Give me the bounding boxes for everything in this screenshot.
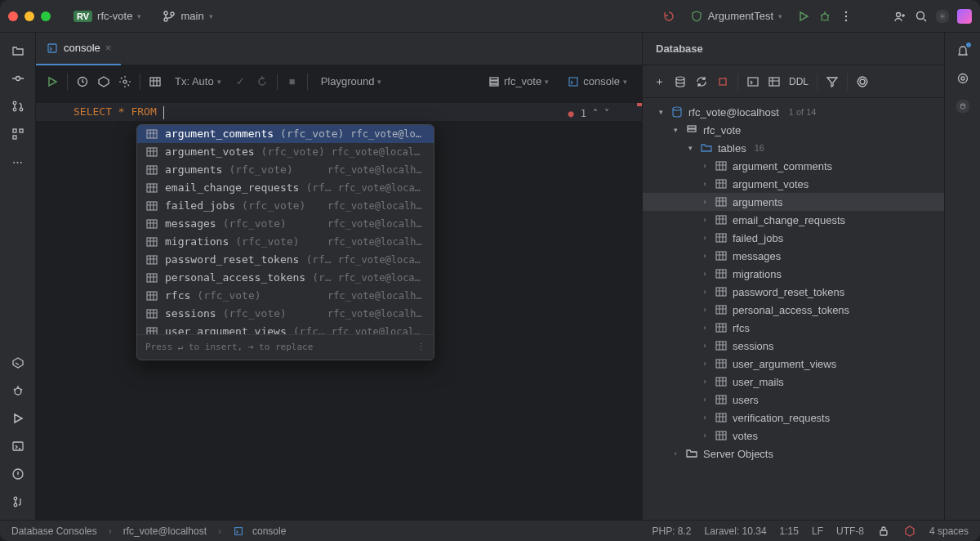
pull-requests-icon[interactable] xyxy=(11,100,24,113)
playground-selector[interactable]: Playground ▾ xyxy=(316,72,387,91)
tree-table[interactable]: ›users xyxy=(643,391,944,409)
close-window-icon[interactable] xyxy=(8,11,18,21)
more-icon[interactable] xyxy=(840,10,853,23)
sql-editor[interactable]: 1 SELECT * FROM ● 1 ˄ ˅ argument_comment… xyxy=(36,98,642,520)
more-tools-icon[interactable]: ⋯ xyxy=(11,155,24,168)
tx-mode-selector[interactable]: Tx: Auto ▾ xyxy=(170,72,226,91)
refresh-icon[interactable] xyxy=(695,75,708,88)
completion-item[interactable]: sessions (rfc_vote)rfc_vote@localhost xyxy=(137,305,434,323)
run-config-selector[interactable]: ArgumentTest ▾ xyxy=(684,7,789,26)
database-tree[interactable]: ▾ rfc_vote@localhost 1 of 14 ▾ rfc_vote … xyxy=(643,98,944,520)
ai-assistant-icon[interactable] xyxy=(957,9,972,24)
database-tool-icon[interactable] xyxy=(956,100,969,113)
tree-table[interactable]: ›migrations xyxy=(643,265,944,283)
laravel-tinker-icon[interactable] xyxy=(903,525,916,538)
view-grid-icon[interactable] xyxy=(149,75,162,88)
completion-item[interactable]: password_reset_tokens (rf…rfc_vote@local… xyxy=(137,251,434,269)
tree-table[interactable]: ›argument_votes xyxy=(643,175,944,193)
add-datasource-icon[interactable]: ＋ xyxy=(653,75,666,88)
tree-table[interactable]: ›user_mails xyxy=(643,373,944,391)
tree-table[interactable]: ›sessions xyxy=(643,337,944,355)
filter-icon[interactable] xyxy=(826,75,839,88)
status-php[interactable]: PHP: 8.2 xyxy=(653,525,692,537)
settings-gear-icon[interactable] xyxy=(118,75,131,88)
project-selector[interactable]: RV rfc-vote ▾ xyxy=(67,7,148,25)
code-with-me-icon[interactable] xyxy=(893,10,906,23)
completion-item[interactable]: argument_comments (rfc_vote)rfc_vote@loc… xyxy=(137,125,434,143)
breadcrumb-1[interactable]: Database Consoles xyxy=(11,525,97,537)
run-icon[interactable] xyxy=(797,10,810,23)
error-stripe[interactable] xyxy=(637,103,642,106)
show-options-icon[interactable] xyxy=(856,75,869,88)
completion-item[interactable]: arguments (rfc_vote)rfc_vote@localhost xyxy=(137,161,434,179)
project-tool-icon[interactable] xyxy=(11,44,24,57)
completion-item[interactable]: rfcs (rfc_vote)rfc_vote@localhost xyxy=(137,287,434,305)
rollback-tx-icon[interactable] xyxy=(256,75,269,88)
next-error-icon[interactable]: ˅ xyxy=(604,105,609,123)
notifications-icon[interactable] xyxy=(956,44,969,57)
services-tool-icon[interactable] xyxy=(11,356,24,369)
close-icon[interactable]: × xyxy=(105,42,112,54)
tree-table[interactable]: ›email_change_requests xyxy=(643,211,944,229)
completion-item[interactable]: user_argument_views (rfc…rfc_vote@localh… xyxy=(137,323,434,334)
problems-tool-icon[interactable] xyxy=(11,467,24,481)
completion-item[interactable]: personal_access_tokens (r…rfc_vote@local… xyxy=(137,269,434,287)
schema-selector[interactable]: rfc_vote ▾ xyxy=(483,72,554,92)
tree-table[interactable]: ›votes xyxy=(643,427,944,445)
tree-table[interactable]: ›arguments xyxy=(643,193,944,211)
problem-indicator[interactable]: ● 1 ˄ ˅ xyxy=(568,105,609,123)
tab-more-icon[interactable] xyxy=(619,42,642,56)
tree-datasource[interactable]: ▾ rfc_vote@localhost 1 of 14 xyxy=(643,103,944,121)
completion-item[interactable]: messages (rfc_vote)rfc_vote@localhost xyxy=(137,215,434,233)
prev-error-icon[interactable]: ˄ xyxy=(593,105,598,123)
duplicate-icon[interactable] xyxy=(674,75,687,88)
status-indent[interactable]: 4 spaces xyxy=(929,525,969,537)
tree-server-objects[interactable]: › Server Objects xyxy=(643,445,944,463)
vcs-branch-selector[interactable]: main ▾ xyxy=(156,7,219,26)
history-icon[interactable] xyxy=(76,75,89,88)
build-icon[interactable] xyxy=(662,10,675,23)
vcs-tool-icon[interactable] xyxy=(11,495,24,508)
tree-table[interactable]: ›verification_requests xyxy=(643,409,944,427)
tab-console[interactable]: console × xyxy=(36,33,121,65)
readonly-icon[interactable] xyxy=(877,525,890,538)
ai-side-icon[interactable] xyxy=(956,72,969,85)
maximize-window-icon[interactable] xyxy=(41,11,51,21)
table-view-icon[interactable] xyxy=(768,75,781,88)
tree-table[interactable]: ›user_argument_views xyxy=(643,355,944,373)
minimize-window-icon[interactable] xyxy=(24,11,34,21)
more-icon[interactable]: ⋮ xyxy=(416,338,425,356)
tree-table[interactable]: ›personal_access_tokens xyxy=(643,301,944,319)
execute-icon[interactable] xyxy=(46,75,59,88)
tree-table[interactable]: ›rfcs xyxy=(643,319,944,337)
status-linecol[interactable]: 1:15 xyxy=(780,525,799,537)
breadcrumb-3[interactable]: console xyxy=(252,525,286,537)
completion-item[interactable]: argument_votes (rfc_vote)rfc_vote@localh… xyxy=(137,143,434,161)
jump-to-console-icon[interactable] xyxy=(746,75,760,88)
tree-table[interactable]: ›argument_comments xyxy=(643,157,944,175)
tree-table[interactable]: ›password_reset_tokens xyxy=(643,283,944,301)
completion-item[interactable]: email_change_requests (rf…rfc_vote@local… xyxy=(137,179,434,197)
completion-item[interactable]: failed_jobs (rfc_vote)rfc_vote@localhost xyxy=(137,197,434,215)
run-tool-icon[interactable] xyxy=(11,412,24,425)
completion-item[interactable]: migrations (rfc_vote)rfc_vote@localhost xyxy=(137,233,434,251)
stop-sync-icon[interactable] xyxy=(716,75,729,88)
debug-icon[interactable] xyxy=(818,10,831,23)
status-laravel[interactable]: Laravel: 10.34 xyxy=(705,525,767,537)
commit-tool-icon[interactable] xyxy=(11,72,24,85)
structure-tool-icon[interactable] xyxy=(11,127,24,141)
commit-tx-icon[interactable]: ✓ xyxy=(234,75,247,88)
stop-icon[interactable]: ■ xyxy=(286,75,299,88)
explain-icon[interactable] xyxy=(97,75,110,88)
tree-table[interactable]: ›failed_jobs xyxy=(643,229,944,247)
status-lf[interactable]: LF xyxy=(812,525,823,537)
status-encoding[interactable]: UTF-8 xyxy=(836,525,864,537)
search-icon[interactable] xyxy=(915,10,928,23)
terminal-tool-icon[interactable] xyxy=(11,440,24,453)
breadcrumb-2[interactable]: rfc_vote@localhost xyxy=(123,525,207,537)
settings-icon[interactable] xyxy=(936,10,949,23)
ddl-button[interactable]: DDL xyxy=(789,76,808,87)
tree-schema[interactable]: ▾ rfc_vote xyxy=(643,121,944,139)
debug-tool-icon[interactable] xyxy=(11,384,24,397)
tree-table[interactable]: ›messages xyxy=(643,247,944,265)
